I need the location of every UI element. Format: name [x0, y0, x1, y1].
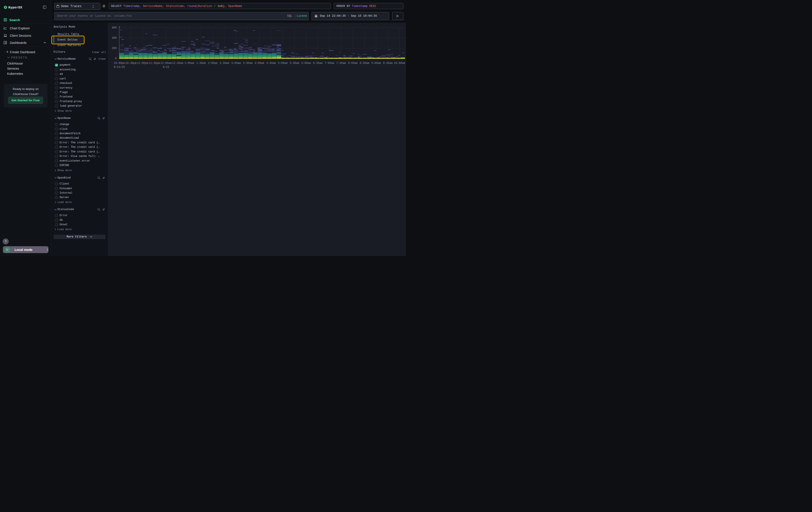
svg-text:0: 0: [115, 57, 117, 60]
svg-text:5:00am: 5:00am: [278, 61, 288, 64]
svg-text:11:00pm: 11:00pm: [137, 61, 148, 64]
svg-text:9:30am: 9:30am: [383, 61, 393, 64]
svg-text:2:00am: 2:00am: [208, 61, 218, 64]
svg-text:4:00am: 4:00am: [255, 61, 264, 64]
svg-text:3:30am: 3:30am: [243, 61, 252, 64]
svg-text:4:30am: 4:30am: [266, 61, 276, 64]
svg-text:12:30am: 12:30am: [172, 61, 183, 64]
svg-text:1:30am: 1:30am: [196, 61, 206, 64]
svg-text:5:30am: 5:30am: [289, 61, 299, 64]
svg-text:12:00am: 12:00am: [160, 61, 171, 64]
svg-text:9:00am: 9:00am: [371, 61, 381, 64]
svg-text:600: 600: [112, 26, 117, 29]
svg-text:10:30pm: 10:30pm: [125, 61, 137, 64]
svg-text:2:30am: 2:30am: [220, 61, 229, 64]
svg-text:10:00pm: 10:00pm: [114, 61, 125, 64]
svg-text:7:30am: 7:30am: [336, 61, 346, 64]
svg-text:3:00am: 3:00am: [231, 61, 241, 64]
svg-text:9/14/25: 9/14/25: [114, 65, 125, 69]
svg-text:11:30pm: 11:30pm: [149, 61, 160, 64]
svg-text:8:30am: 8:30am: [359, 61, 369, 64]
svg-text:10:00am: 10:00am: [394, 61, 405, 64]
svg-text:6:30am: 6:30am: [313, 61, 322, 64]
svg-text:400: 400: [112, 36, 117, 39]
svg-text:6:00am: 6:00am: [301, 61, 311, 64]
svg-text:7:00am: 7:00am: [325, 61, 334, 64]
svg-text:8:00am: 8:00am: [348, 61, 357, 64]
svg-text:1:00am: 1:00am: [184, 61, 194, 64]
svg-text:9/15: 9/15: [163, 65, 169, 69]
svg-text:200: 200: [112, 47, 117, 50]
